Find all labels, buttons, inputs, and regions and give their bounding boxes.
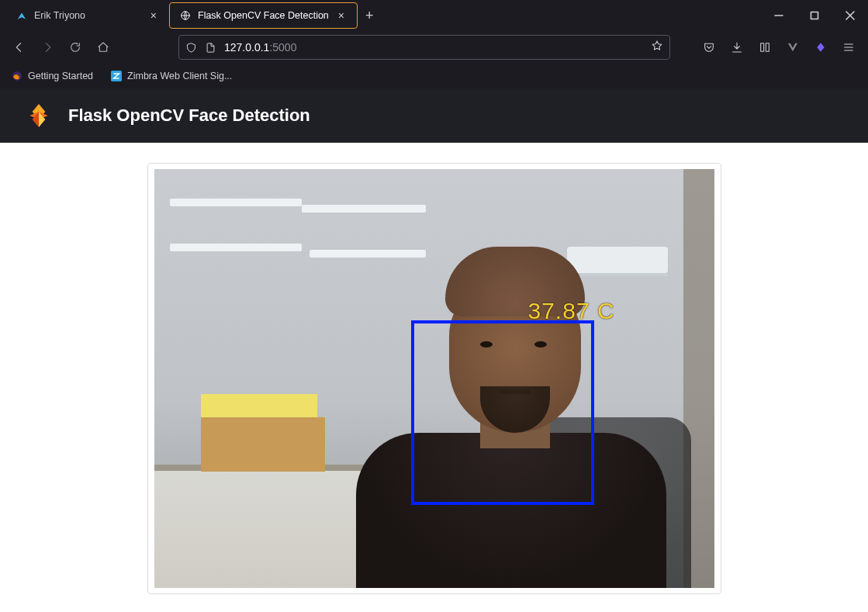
tab-strip: Erik Triyono × Flask OpenCV Face Detecti… [0, 0, 868, 31]
library-icon[interactable] [753, 36, 776, 59]
nav-forward-button[interactable] [36, 36, 59, 59]
bookmark-star-icon[interactable] [651, 40, 663, 55]
window-maximize-button[interactable] [797, 0, 832, 31]
tab-active-flask[interactable]: Flask OpenCV Face Detection × [169, 2, 358, 29]
bookmarks-bar: Getting Started Zimbra Web Client Sig... [0, 64, 868, 88]
shield-icon [185, 42, 197, 54]
new-tab-button[interactable]: + [358, 5, 382, 27]
pocket-icon[interactable] [697, 36, 721, 59]
svg-rect-1 [811, 12, 818, 19]
video-frame: 37.87 C [147, 163, 721, 594]
address-bar[interactable]: 127.0.0.1:5000 [178, 35, 670, 60]
nav-home-button[interactable] [92, 36, 115, 59]
scene-light [310, 250, 426, 258]
url-text: 127.0.0.1:5000 [224, 41, 643, 54]
window-controls [761, 0, 868, 31]
tab-title: Erik Triyono [34, 10, 141, 21]
extension-v-icon[interactable] [781, 36, 804, 59]
window-minimize-button[interactable] [761, 0, 797, 31]
extension-diamond-icon[interactable] [809, 36, 832, 59]
bookmark-label: Getting Started [28, 71, 93, 81]
window-close-button[interactable] [832, 0, 868, 31]
app-logo-icon [23, 100, 54, 131]
zimbra-icon [110, 70, 123, 82]
page-info-icon[interactable] [205, 42, 216, 54]
bookmark-zimbra[interactable]: Zimbra Web Client Sig... [107, 67, 235, 85]
firefox-icon [11, 70, 23, 82]
page-title: Flask OpenCV Face Detection [68, 105, 310, 126]
tab-favicon-person-icon [16, 9, 28, 22]
scene-papers [201, 394, 317, 417]
browser-chrome: Erik Triyono × Flask OpenCV Face Detecti… [0, 0, 868, 88]
url-port: :5000 [269, 41, 296, 54]
toolbar-right [697, 36, 860, 59]
temperature-label: 37.87 C [528, 298, 615, 324]
tab-title: Flask OpenCV Face Detection [198, 10, 329, 21]
tab-inactive-erik[interactable]: Erik Triyono × [6, 2, 169, 29]
page-viewport: Flask OpenCV Face Detection [0, 88, 868, 612]
page-header: Flask OpenCV Face Detection [0, 88, 868, 143]
scene-box [201, 417, 325, 472]
bookmark-getting-started[interactable]: Getting Started [8, 67, 96, 85]
downloads-icon[interactable] [725, 36, 749, 59]
nav-reload-button[interactable] [64, 36, 87, 59]
scene-light [170, 199, 302, 206]
app-menu-icon[interactable] [837, 36, 860, 59]
content-area: 37.87 C [0, 143, 868, 594]
tab-close-icon[interactable]: × [335, 8, 348, 23]
bookmark-label: Zimbra Web Client Sig... [127, 71, 232, 81]
url-host: 127.0.0.1 [224, 41, 269, 54]
face-detection-rect [411, 320, 594, 505]
tab-close-icon[interactable]: × [147, 8, 160, 23]
scene-light [302, 205, 426, 213]
nav-back-button[interactable] [8, 36, 31, 59]
scene-light [170, 244, 302, 251]
navigation-toolbar: 127.0.0.1:5000 [0, 31, 868, 64]
video-feed: 37.87 C [154, 169, 714, 588]
tab-favicon-globe-icon [179, 9, 192, 22]
